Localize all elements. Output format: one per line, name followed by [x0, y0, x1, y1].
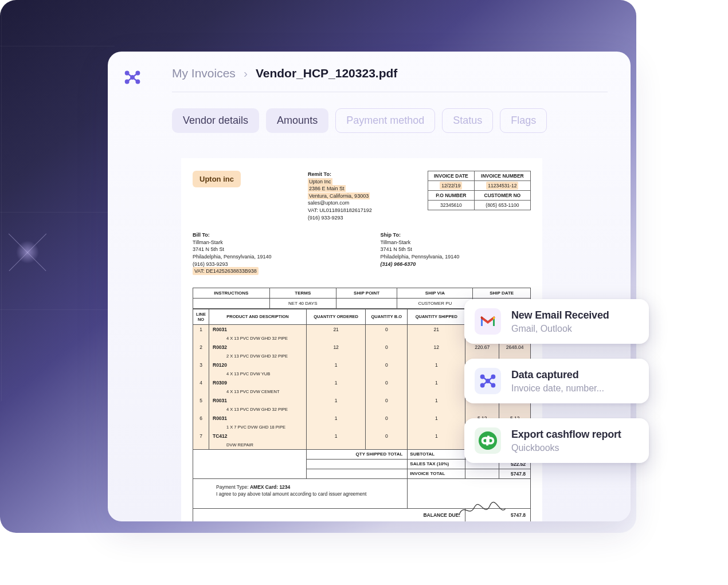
tab-amounts[interactable]: Amounts [266, 108, 328, 133]
tab-payment-method[interactable]: Payment method [335, 108, 435, 133]
tab-flags[interactable]: Flags [500, 108, 547, 133]
signature-icon [456, 498, 508, 521]
breadcrumb-root[interactable]: My Invoices [172, 66, 236, 80]
event-cards: New Email Received Gmail, Outlook Data c… [464, 299, 649, 463]
breadcrumb-current: Vendor_HCP_120323.pdf [256, 66, 397, 80]
bill-to: Bill To: Tillman-Stark 3741 N 5th St Phi… [193, 231, 272, 275]
breadcrumb: My Invoices › Vendor_HCP_120323.pdf [172, 66, 608, 92]
invoice-meta-table: INVOICE DATEINVOICE NUMBER 12/22/1911234… [428, 171, 531, 210]
app-logo-icon[interactable] [124, 69, 141, 86]
tab-vendor-details[interactable]: Vendor details [172, 108, 259, 133]
network-icon [475, 368, 501, 394]
sidebar [108, 52, 159, 521]
card-title: Data captured [511, 369, 604, 381]
card-title: New Email Received [511, 309, 609, 321]
quickbooks-icon [475, 427, 501, 454]
card-email-received[interactable]: New Email Received Gmail, Outlook [464, 299, 649, 344]
sparkle-icon [11, 236, 44, 269]
card-subtitle: Invoice date, number... [511, 383, 604, 394]
card-subtitle: Quickbooks [511, 443, 621, 453]
ship-to: Ship To: Tillman-Stark 3741 N 5th St Phi… [381, 231, 460, 275]
chevron-right-icon: › [244, 66, 248, 80]
card-data-captured[interactable]: Data captured Invoice date, number... [464, 359, 649, 403]
card-subtitle: Gmail, Outlook [511, 324, 609, 334]
card-title: Export cashflow report [511, 429, 621, 441]
tabs: Vendor details Amounts Payment method St… [172, 108, 631, 133]
company-name: Upton inc [193, 171, 241, 187]
tab-status[interactable]: Status [442, 108, 493, 133]
card-export-report[interactable]: Export cashflow report Quickbooks [464, 418, 649, 463]
remit-to: Remit To: Upton Inc 2386 E Main St Ventu… [308, 171, 372, 221]
gmail-icon [475, 308, 501, 335]
